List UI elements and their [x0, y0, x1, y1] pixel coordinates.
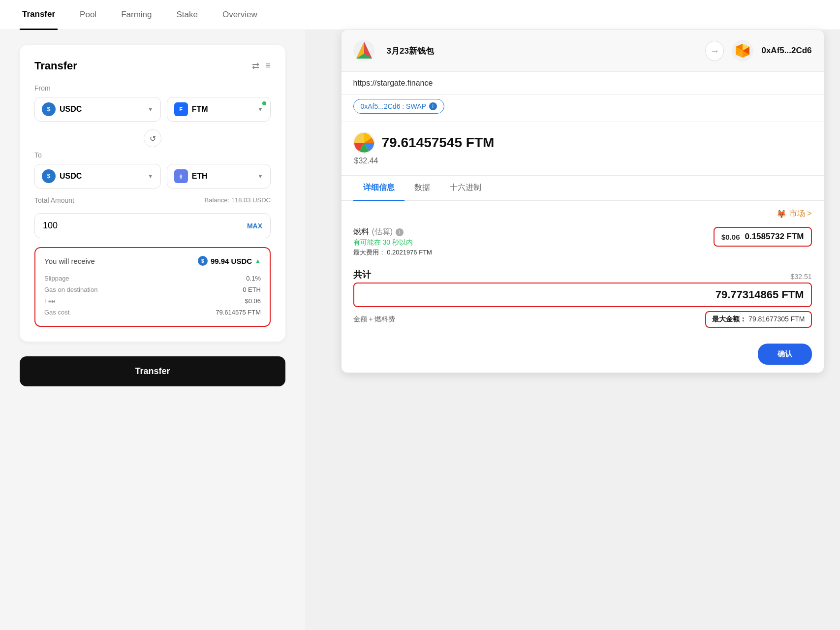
balance-text: Balance: 118.03 USDC: [205, 196, 271, 209]
ftm-network-icon: F: [174, 102, 188, 116]
mm-token-usd: $32.44: [353, 157, 812, 165]
mm-total-sub: 金额 + 燃料费 最大金额： 79.81677305 FTM: [353, 311, 812, 328]
tab-detail[interactable]: 详细信息: [353, 176, 404, 200]
from-token-text: USDC: [60, 105, 144, 114]
card-title: Transfer: [34, 60, 77, 72]
mm-total-header: 共计 $32.51: [353, 269, 812, 281]
usdc-icon-from: $: [42, 102, 56, 116]
slippage-row: Slippage 0.1%: [44, 273, 261, 284]
from-network-chevron: ▼: [257, 106, 263, 113]
receive-box: You will receive $ 99.94 USDC ▲ Slippage…: [34, 247, 271, 327]
main-layout: Transfer ⇄ ≡ From $ USDC ▼ F FTM ▼: [0, 30, 840, 630]
fee-value: $0.06: [245, 297, 261, 305]
receive-usdc-icon: $: [198, 256, 208, 266]
arrow-icon: →: [705, 41, 724, 61]
to-network-select[interactable]: ⟠ ETH ▼: [167, 164, 271, 189]
amount-input[interactable]: [43, 220, 247, 231]
mm-confirm-button[interactable]: 确认: [758, 344, 812, 365]
mm-bottom: 确认: [342, 336, 824, 373]
gas-estimate-text: (估算): [372, 227, 393, 237]
from-label: From: [34, 84, 271, 92]
mm-details: 🦊 市场 > 燃料 (估算) i 有可能在 30 秒以内: [342, 201, 824, 336]
gas-info-icon: i: [396, 228, 404, 236]
address-pill[interactable]: 0xAf5...2Cd6 : SWAP i: [353, 99, 444, 114]
amount-input-row: MAX: [34, 213, 271, 238]
amount-header: Total Amount Balance: 118.03 USDC: [34, 196, 271, 209]
to-token-select[interactable]: $ USDC ▼: [34, 164, 161, 189]
mm-gas-value-box: $0.06 0.1585732 FTM: [714, 227, 812, 247]
settings-icon[interactable]: ≡: [265, 61, 271, 71]
to-network-chevron: ▼: [257, 173, 263, 180]
mm-total-section: 共计 $32.51 79.77314865 FTM 金额 + 燃料费 最大金额：…: [353, 269, 812, 328]
fee-row: Fee $0.06: [44, 295, 261, 307]
nav-stake[interactable]: Stake: [174, 0, 200, 30]
nav-pool[interactable]: Pool: [77, 0, 99, 30]
from-wallet-icon: [353, 40, 375, 62]
gas-info-left: 燃料 (估算) i 有可能在 30 秒以内 最大费用： 0.2021976 FT…: [353, 227, 714, 257]
mm-gas-ftm: 0.1585732 FTM: [745, 232, 804, 242]
gas-max-label: 最大费用：: [353, 249, 385, 256]
transfer-button[interactable]: Transfer: [20, 356, 285, 386]
mm-total-value-box: 79.77314865 FTM: [353, 283, 812, 307]
nav-transfer[interactable]: Transfer: [20, 0, 58, 30]
mm-token-section: 79.61457545 FTM $32.44: [342, 122, 824, 176]
from-network-select[interactable]: F FTM ▼: [167, 97, 271, 122]
receive-amount: $ 99.94 USDC ▲: [198, 256, 261, 266]
to-token-text: USDC: [60, 172, 144, 181]
slippage-label: Slippage: [44, 275, 69, 282]
from-token-chevron: ▼: [148, 106, 154, 113]
swap-direction-button[interactable]: ↺: [144, 129, 161, 147]
network-dot: [262, 101, 266, 105]
gas-cost-value: 79.614575 FTM: [216, 309, 261, 316]
gas-dest-value: 0 ETH: [243, 286, 261, 293]
amount-section: Total Amount Balance: 118.03 USDC MAX: [34, 196, 271, 238]
mm-total-usd: $32.51: [791, 273, 812, 281]
tab-hex[interactable]: 十六进制: [440, 176, 491, 200]
right-panel: 3月23新钱包 → 0xAf5...2Cd6 https://stargate.…: [305, 30, 840, 630]
mm-market-row[interactable]: 🦊 市场 >: [353, 209, 812, 219]
gas-max-value: 0.2021976 FTM: [387, 249, 432, 256]
slippage-value: 0.1%: [246, 275, 261, 282]
mm-total-ftm: 79.77314865 FTM: [716, 288, 804, 301]
to-wallet-address: 0xAf5...2Cd6: [761, 46, 811, 56]
from-network-text: FTM: [192, 105, 253, 114]
nav-farming[interactable]: Farming: [119, 0, 154, 30]
mm-gas-header: 燃料 (估算) i 有可能在 30 秒以内 最大费用： 0.2021976 FT…: [353, 227, 812, 257]
mm-total-max-box: 最大金额： 79.81677305 FTM: [705, 311, 811, 328]
swap-btn-row: ↺: [34, 129, 271, 147]
gas-dest-label: Gas on destination: [44, 286, 97, 293]
mm-tabs: 详细信息 数据 十六进制: [342, 176, 824, 201]
up-arrow-icon: ▲: [255, 257, 261, 264]
from-token-select[interactable]: $ USDC ▼: [34, 97, 161, 122]
tab-data[interactable]: 数据: [404, 176, 440, 200]
to-network-text: ETH: [192, 172, 253, 181]
nav-overview[interactable]: Overview: [220, 0, 260, 30]
mm-gas-section: 燃料 (估算) i 有可能在 30 秒以内 最大费用： 0.2021976 FT…: [353, 227, 812, 257]
mm-total-max-label: 最大金额：: [712, 315, 747, 323]
mm-url-bar: https://stargate.finance: [342, 72, 824, 95]
gas-dest-row: Gas on destination 0 ETH: [44, 284, 261, 295]
mm-total-max-value: 79.81677305 FTM: [748, 315, 805, 323]
max-button[interactable]: MAX: [247, 222, 262, 230]
receive-amount-text: 99.94 USDC: [211, 257, 252, 265]
to-token-chevron: ▼: [148, 173, 154, 180]
info-icon: i: [429, 102, 437, 110]
metamask-popup: 3月23新钱包 → 0xAf5...2Cd6 https://stargate.…: [342, 30, 824, 373]
gas-label-text: 燃料: [353, 227, 369, 237]
mm-total-label: 共计: [353, 269, 371, 281]
mm-gas-time: 有可能在 30 秒以内: [353, 238, 714, 247]
mm-header: 3月23新钱包 → 0xAf5...2Cd6: [342, 30, 824, 72]
receive-header: You will receive $ 99.94 USDC ▲: [44, 256, 261, 266]
from-token-network-row: $ USDC ▼ F FTM ▼: [34, 97, 271, 122]
mm-gas-max: 最大费用： 0.2021976 FTM: [353, 248, 714, 257]
mm-gas-usd: $0.06: [721, 233, 740, 241]
eth-network-icon: ⟠: [174, 169, 188, 183]
market-label: 市场 >: [789, 209, 812, 219]
mm-token-row: 79.61457545 FTM: [353, 132, 812, 154]
transfer-icon[interactable]: ⇄: [252, 61, 259, 71]
mm-token-amount: 79.61457545 FTM: [382, 135, 495, 151]
transfer-card: Transfer ⇄ ≡ From $ USDC ▼ F FTM ▼: [20, 45, 285, 342]
usdc-icon-to: $: [42, 169, 56, 183]
receive-label: You will receive: [44, 257, 95, 265]
total-amount-label: Total Amount: [34, 196, 74, 204]
